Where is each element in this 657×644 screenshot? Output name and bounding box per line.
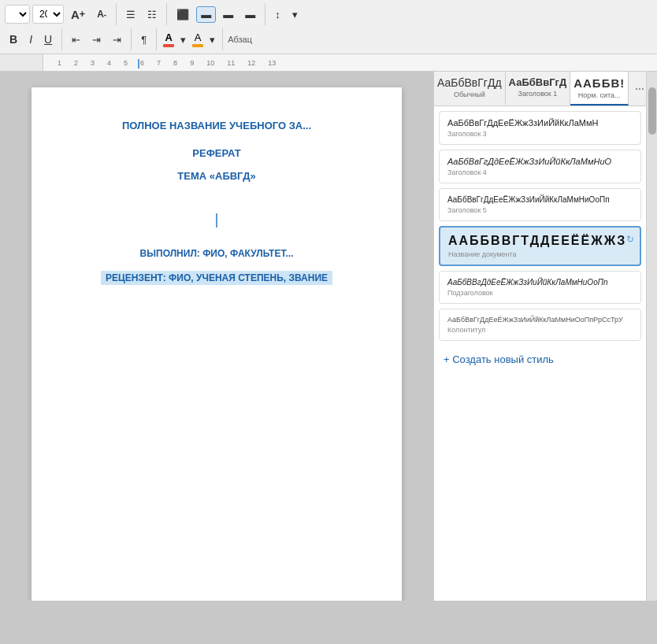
style-tab-label-zagolovok2: Норм. сита... [578,91,621,99]
line-spacing-button[interactable]: ↕ [270,6,285,23]
create-new-style-button[interactable]: + Создать новый стиль [434,346,646,373]
increase-indent-button[interactable]: ⇥ [87,31,106,48]
align-left-button[interactable]: ⬛ [172,6,194,23]
create-style-label: + Создать новый стиль [444,353,554,365]
font-color-indicator [163,44,174,47]
page-reviewer: РЕЦЕНЗЕНТ: ФИО, УЧЕНАЯ СТЕПЕНЬ, ЗВАНИЕ [101,271,332,285]
ruler-mark: 6 [140,59,144,67]
ruler-mark: 4 [107,59,111,67]
style-item-zagolovok3[interactable]: АаБбВвГгДдЕеЁЖжЗзИиЙйКкЛаМмН Заголовок 3 [439,111,641,145]
font-color-label: A [165,31,172,43]
styles-panel: АаБбВвГгДд Обычный АаБбВвГгД Заголовок 1… [433,72,646,601]
ruler-mark: 10 [206,59,214,67]
text-cursor [216,213,217,228]
style-item-nazvanie[interactable]: ААББВВГТДДЕЕЁЁЖЖЗ ↻ Название документа [439,226,641,266]
ruler-mark: 5 [124,59,128,67]
style-tab-label-zagolovok1: Заголовок 1 [518,90,557,98]
ruler-mark: 2 [74,59,78,67]
italic-button[interactable]: I [24,31,37,48]
separator-2 [166,3,167,25]
ruler-mark: 3 [91,59,95,67]
font-size-select[interactable]: 20 [32,5,64,24]
separator-6 [156,28,157,50]
indent-options-button[interactable]: ⇥ [108,31,126,48]
bold-button[interactable]: B [5,31,22,48]
separator-1 [116,3,117,25]
styles-list: АаБбВвГгДдЕеЁЖжЗзИиЙйКкЛаМмН Заголовок 3… [434,106,646,601]
increase-font-button[interactable]: A+ [66,6,90,24]
style-item-name-zagolovok5: Заголовок 5 [447,206,633,214]
style-item-name-zagolovok4: Заголовок 4 [447,168,633,176]
style-item-podzagolovok[interactable]: АаБбВВгДдЕеЁЖжЗзИиЙйКкЛаМмНиОоПп Подзаго… [439,271,641,304]
page-author: ВЫПОЛНИЛ: ФИО, ФАКУЛЬТЕТ... [71,248,362,259]
ruler-mark: 11 [227,59,235,67]
toolbar: 20 A+ A- ☰ ☷ ⬛ ▬ ▬ ▬ ↕ ▾ B I U ⇤ ⇥ ⇥ ¶ A [0,0,657,54]
highlight-label: A [195,31,202,43]
style-item-name-podzagolovok: Подзаголовок [447,289,633,297]
separator-5 [131,28,132,50]
separator-4 [61,28,62,50]
spacing-dropdown-button[interactable]: ▾ [288,6,303,23]
ruler: 1 2 3 4 5 6 7 8 9 10 11 12 13 [0,54,657,72]
refresh-icon[interactable]: ↻ [626,234,634,245]
style-tab-zagolovok2[interactable]: ААББВ! Норм. сита... [570,72,629,105]
highlight-color-group: A [192,31,203,47]
page-referat: РЕФЕРАТ [71,147,362,159]
style-tab-label-obychny: Обычный [454,91,485,98]
align-justify-button[interactable]: ▬ [240,6,260,23]
underline-button[interactable]: U [39,31,57,48]
paragraph-mark-button[interactable]: ¶ [136,31,151,48]
decrease-indent-button[interactable]: ⇤ [67,31,85,48]
cursor-area [71,205,362,235]
style-item-preview-kolontitul: АаБбВвГгДдЕеЁЖжЗзИиЙйКкЛаМмНиОоПпРрСсТрУ [447,316,633,324]
ruler-cursor [138,59,139,68]
ruler-mark: 8 [173,59,177,67]
highlight-dropdown[interactable]: ▾ [207,33,217,46]
align-center-button[interactable]: ▬ [196,6,216,23]
abzac-label: Абзац [228,35,252,44]
page-main-title: ПОЛНОЕ НАЗВАНИЕ УЧЕБНОГО ЗА... [71,119,362,133]
style-tab-preview-obychny: АаБбВвГгДд [437,76,502,89]
styles-tabs: АаБбВвГгДд Обычный АаБбВвГгД Заголовок 1… [434,72,646,106]
style-tab-obychny[interactable]: АаБбВвГгДд Обычный [434,72,506,105]
ruler-mark: 12 [247,59,255,67]
ruler-mark: 1 [58,59,61,67]
ordered-list-button[interactable]: ☷ [143,6,161,23]
separator-7 [222,28,223,50]
style-item-preview-podzagolovok: АаБбВВгДдЕеЁЖжЗзИиЙйКкЛаМмНиОоПп [447,278,633,287]
style-item-name-nazvanie: Название документа [448,250,632,258]
scroll-thumb[interactable] [648,87,656,135]
style-tab-preview-zagolovok1: АаБбВвГгД [509,76,567,88]
style-item-zagolovok4[interactable]: АаБбВвГгДдЕеЁЖжЗзИиЙйКкЛаМмНиО Заголовок… [439,150,641,183]
style-item-preview-zagolovok3: АаБбВвГгДдЕеЁЖжЗзИиЙйКкЛаМмН [447,118,633,128]
style-item-zagolovok5[interactable]: АаБбВвГгДдЕеЁЖжЗзИиЙйКкЛаМмНиОоПп Заголо… [439,188,641,221]
highlight-color-indicator [192,44,203,47]
style-tab-preview-zagolovok2: ААББВ! [573,76,625,90]
unordered-list-button[interactable]: ☰ [121,6,140,23]
decrease-font-button[interactable]: A- [92,6,111,22]
reviewer-area: РЕЦЕНЗЕНТ: ФИО, УЧЕНАЯ СТЕПЕНЬ, ЗВАНИЕ [71,270,362,285]
style-item-kolontitul[interactable]: АаБбВвГгДдЕеЁЖжЗзИиЙйКкЛаМмНиОоПпРрСсТрУ… [439,309,641,341]
style-item-name-kolontitul: Колонтитул [447,326,633,334]
style-item-preview-zagolovok5: АаБбВвГгДдЕеЁЖжЗзИиЙйКкЛаМмНиОоПп [447,195,633,204]
more-styles-button[interactable]: ⋯ [629,72,646,105]
document-page[interactable]: ПОЛНОЕ НАЗВАНИЕ УЧЕБНОГО ЗА... РЕФЕРАТ Т… [32,87,402,601]
style-item-preview-nazvanie: ААББВВГТДДЕЕЁЁЖЖЗ [448,234,626,248]
page-content: ПОЛНОЕ НАЗВАНИЕ УЧЕБНОГО ЗА... РЕФЕРАТ Т… [71,119,362,285]
separator-3 [265,3,265,25]
font-color-dropdown[interactable]: ▾ [178,33,188,46]
font-style-select[interactable] [5,5,30,24]
style-tab-zagolovok1[interactable]: АаБбВвГгД Заголовок 1 [506,72,571,105]
align-right-button[interactable]: ▬ [218,6,238,23]
ruler-mark: 9 [190,59,194,67]
document-area[interactable]: ПОЛНОЕ НАЗВАНИЕ УЧЕБНОГО ЗА... РЕФЕРАТ Т… [0,72,433,601]
ruler-mark: 7 [157,59,161,67]
main-area: ПОЛНОЕ НАЗВАНИЕ УЧЕБНОГО ЗА... РЕФЕРАТ Т… [0,72,657,601]
page-tema: ТЕМА «АБВГД» [71,170,362,182]
style-item-preview-zagolovok4: АаБбВвГгДдЕеЁЖжЗзИиЙйКкЛаМмНиО [447,157,633,166]
font-color-group: A [163,31,174,47]
right-scrollbar[interactable] [646,72,657,601]
ruler-mark: 13 [268,59,276,67]
style-item-name-zagolovok3: Заголовок 3 [447,130,633,138]
